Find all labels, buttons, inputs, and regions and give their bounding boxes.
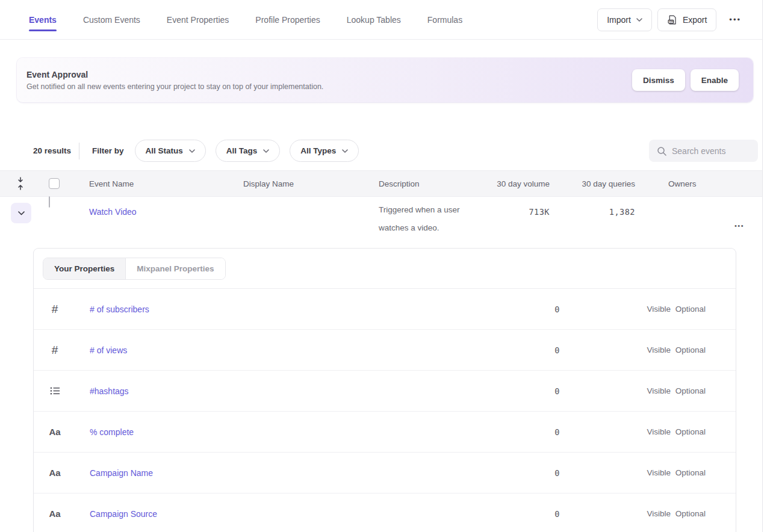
types-filter-dropdown[interactable]: All Types (290, 140, 359, 162)
tab-event-properties[interactable]: Event Properties (167, 15, 229, 25)
property-visibility: Visible (647, 386, 671, 395)
property-row: #hashtags 0 Visible Optional (34, 371, 736, 412)
tags-filter-label: All Tags (226, 146, 258, 155)
text-property-icon: Aa (49, 509, 60, 519)
top-nav: Events Custom Events Event Properties Pr… (0, 0, 770, 40)
banner-actions: Dismiss Enable (632, 69, 739, 91)
csv-file-icon: csv (667, 14, 677, 25)
tab-mixpanel-properties[interactable]: Mixpanel Properties (126, 258, 225, 279)
results-count: 20 results (33, 146, 71, 155)
column-header-display-name: Display Name (235, 171, 370, 196)
tab-custom-events[interactable]: Custom Events (83, 15, 140, 25)
property-name-link[interactable]: # of subscribers (76, 305, 411, 314)
chevron-down-icon (342, 149, 348, 153)
volume-value: 713K (529, 207, 550, 248)
number-property-icon: # (52, 344, 58, 357)
property-row: Aa Campaign Source 0 Visible Optional (34, 493, 736, 532)
row-more-options-icon[interactable]: ••• (732, 203, 747, 248)
property-name-link[interactable]: Campaign Name (76, 468, 411, 478)
property-name-link[interactable]: # of views (76, 345, 411, 355)
property-requirement: Optional (675, 509, 736, 518)
types-filter-label: All Types (300, 146, 336, 155)
nav-tabs: Events Custom Events Event Properties Pr… (29, 15, 462, 25)
text-property-icon: Aa (49, 468, 60, 478)
dismiss-button[interactable]: Dismiss (632, 69, 685, 91)
tags-filter-dropdown[interactable]: All Tags (216, 140, 281, 162)
property-requirement: Optional (675, 305, 736, 314)
chevron-down-icon (263, 149, 269, 153)
table-row-watch-video: Watch Video Triggered when a user watche… (0, 197, 770, 248)
enable-button[interactable]: Enable (691, 69, 739, 91)
text-property-icon: Aa (49, 427, 60, 437)
column-header-30-day-queries: 30 day queries (550, 171, 635, 196)
list-property-icon (50, 386, 60, 395)
property-name-link[interactable]: Campaign Source (76, 509, 411, 519)
export-button-label: Export (683, 15, 707, 25)
toolbar: Import csv Export ••• (597, 8, 744, 31)
column-header-30-day-volume: 30 day volume (482, 171, 550, 196)
tab-events[interactable]: Events (29, 15, 57, 25)
tab-your-properties[interactable]: Your Properties (43, 258, 126, 279)
filter-by-label: Filter by (92, 146, 124, 155)
property-volume: 0 (554, 386, 560, 396)
filter-bar: 20 results Filter by All Status All Tags… (33, 140, 770, 162)
property-requirement: Optional (675, 345, 736, 354)
number-property-icon: # (52, 303, 58, 316)
property-volume: 0 (554, 305, 560, 314)
properties-tab-group: Your Properties Mixpanel Properties (43, 258, 226, 280)
more-options-icon[interactable]: ••• (727, 11, 744, 28)
status-filter-label: All Status (146, 146, 183, 155)
owners-cell (668, 197, 716, 248)
property-requirement: Optional (675, 468, 736, 477)
property-visibility: Visible (647, 509, 671, 518)
event-description: Triggered when a user watches a video. (370, 197, 482, 248)
banner-title: Event Approval (26, 70, 323, 79)
banner-description: Get notified on all new events entering … (26, 82, 323, 91)
property-volume: 0 (554, 468, 560, 478)
property-volume: 0 (554, 509, 560, 519)
property-visibility: Visible (647, 345, 671, 354)
property-visibility: Visible (647, 427, 671, 436)
collapse-row-button[interactable] (11, 203, 31, 223)
property-visibility: Visible (647, 305, 671, 314)
svg-text:csv: csv (669, 20, 674, 23)
property-volume: 0 (554, 345, 560, 355)
divider (79, 143, 79, 159)
property-name-link[interactable]: % complete (76, 427, 411, 437)
tab-lookup-tables[interactable]: Lookup Tables (347, 15, 401, 25)
import-button-label: Import (607, 15, 631, 25)
scrollbar-gutter[interactable] (762, 0, 770, 532)
property-row: # # of views 0 Visible Optional (34, 330, 736, 371)
property-row: Aa Campaign Name 0 Visible Optional (34, 453, 736, 493)
property-name-link[interactable]: #hashtags (76, 386, 411, 396)
row-checkbox[interactable] (49, 196, 50, 208)
property-requirement: Optional (675, 386, 736, 395)
export-button[interactable]: csv Export (657, 8, 716, 31)
chevron-down-icon (189, 149, 195, 153)
status-filter-dropdown[interactable]: All Status (135, 140, 206, 162)
chevron-down-icon (18, 211, 25, 215)
event-table-header: Event Name Display Name Description 30 d… (0, 170, 770, 197)
property-requirement: Optional (675, 427, 736, 436)
property-visibility: Visible (647, 468, 671, 477)
tab-formulas[interactable]: Formulas (427, 15, 462, 25)
chevron-down-icon (636, 18, 642, 22)
tab-profile-properties[interactable]: Profile Properties (255, 15, 320, 25)
search-icon (657, 146, 666, 156)
column-header-description: Description (370, 171, 482, 196)
event-approval-banner: Event Approval Get notified on all new e… (17, 58, 753, 102)
search-box (649, 140, 758, 162)
banner-text: Event Approval Get notified on all new e… (26, 70, 323, 91)
event-name-link[interactable]: Watch Video (78, 197, 235, 248)
properties-panel: Your Properties Mixpanel Properties # # … (33, 248, 736, 532)
properties-tabs-bar: Your Properties Mixpanel Properties (34, 249, 736, 289)
collapse-rows-icon[interactable] (17, 177, 24, 190)
column-header-owners: Owners (668, 171, 716, 196)
queries-value: 1,382 (609, 207, 635, 248)
select-all-checkbox[interactable] (49, 178, 60, 189)
import-button[interactable]: Import (597, 8, 652, 31)
property-row: # # of subscribers 0 Visible Optional (34, 289, 736, 330)
property-volume: 0 (554, 427, 560, 437)
display-name-cell (235, 197, 370, 248)
property-row: Aa % complete 0 Visible Optional (34, 412, 736, 453)
